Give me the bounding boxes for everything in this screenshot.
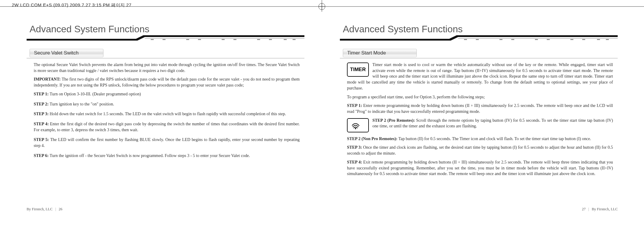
svg-rect-11 xyxy=(233,39,236,40)
page-title: Advanced System Functions xyxy=(343,24,618,35)
svg-rect-21 xyxy=(535,39,538,40)
svg-rect-22 xyxy=(547,39,550,40)
remote-signal-icon xyxy=(347,118,369,132)
svg-rect-23 xyxy=(570,39,573,40)
footer-separator: | xyxy=(55,207,56,211)
footer-company: By Firstech, LLC xyxy=(592,207,618,211)
title-rule-decoration xyxy=(27,35,304,44)
step-2-pro-wrap: STEP 2 (Pro Remotes): Scroll through the… xyxy=(347,118,613,133)
svg-rect-16 xyxy=(458,38,618,39)
page-26: Advanced System Functions Secure Valet S… xyxy=(9,12,322,219)
paragraph: To program a specified start time, used … xyxy=(347,94,613,100)
step-5: STEP 5: The LED will confirm the first n… xyxy=(34,137,300,148)
step-3: STEP 3: Hold down the valet switch for 1… xyxy=(34,111,300,117)
step-3: STEP 3: Once the timer and clock icons a… xyxy=(347,145,613,156)
svg-rect-8 xyxy=(186,39,189,40)
svg-rect-17 xyxy=(464,39,467,40)
svg-rect-9 xyxy=(198,39,201,40)
section-divider xyxy=(340,58,618,58)
intro-wrap: TIMER Timer start mode is used to cool o… xyxy=(347,62,613,91)
body-text-right: TIMER Timer start mode is used to cool o… xyxy=(340,62,618,177)
paragraph: The optional Secure Valet Switch prevent… xyxy=(34,62,300,73)
svg-rect-24 xyxy=(582,39,585,40)
svg-rect-12 xyxy=(257,39,260,40)
svg-rect-18 xyxy=(476,39,479,40)
step-2-pro: STEP 2 (Pro Remotes): Scroll through the… xyxy=(347,118,613,129)
svg-rect-10 xyxy=(222,39,225,40)
page-footer-right: 27 | By Firstech, LLC xyxy=(582,207,618,211)
svg-rect-20 xyxy=(511,39,514,40)
section-header-secure-valet: Secure Valet Switch xyxy=(30,49,103,57)
svg-rect-14 xyxy=(284,39,287,40)
page-spread: Advanced System Functions Secure Valet S… xyxy=(9,12,635,219)
step-2-nonpro: STEP 2 (Non Pro Remotes): Tap button (II… xyxy=(347,136,613,142)
svg-point-2 xyxy=(319,3,325,10)
footer-company: By Firstech, LLC xyxy=(27,207,53,211)
step-6: STEP 6: Turn the ignition off - the Secu… xyxy=(34,153,300,159)
page-footer-left: By Firstech, LLC | 26 xyxy=(27,207,62,211)
svg-rect-25 xyxy=(597,39,600,40)
svg-rect-5 xyxy=(145,38,304,39)
paragraph-important: IMPORTANT: The first two digits of the R… xyxy=(34,76,300,88)
svg-point-27 xyxy=(355,128,356,129)
section-header-timer-start: Timer Start Mode xyxy=(343,49,417,57)
print-job-header: 2W LCD COM E+S (09.07) 2009.7.27 3:15 PM… xyxy=(12,2,132,8)
footer-page-number: 26 xyxy=(59,207,63,211)
step-2: STEP 2: Turn ignition key to the "on" po… xyxy=(34,101,300,107)
timer-icon: TIMER xyxy=(347,62,369,77)
footer-page-number: 27 xyxy=(582,207,586,211)
page-27: Advanced System Functions Timer Start Mo… xyxy=(322,12,635,219)
section-divider xyxy=(27,58,304,58)
step-1: STEP 1: Enter remote programming mode by… xyxy=(347,103,613,114)
svg-rect-13 xyxy=(269,39,272,40)
step-4: STEP 4: Enter the first digit of the des… xyxy=(34,121,300,133)
svg-rect-15 xyxy=(293,39,296,40)
paragraph: Timer start mode is used to cool or warm… xyxy=(347,62,613,91)
title-rule-decoration xyxy=(340,35,618,44)
svg-rect-6 xyxy=(151,39,154,40)
footer-separator: | xyxy=(588,207,589,211)
step-1: STEP 1: Turn on Option 3-10-III. (Dealer… xyxy=(34,91,300,97)
step-4: STEP 4: Exit remote programming by holdi… xyxy=(347,159,613,177)
page-title: Advanced System Functions xyxy=(30,24,304,35)
svg-rect-26 xyxy=(606,39,609,40)
body-text-left: The optional Secure Valet Switch prevent… xyxy=(27,62,304,159)
svg-rect-19 xyxy=(499,39,502,40)
svg-rect-7 xyxy=(163,39,166,40)
